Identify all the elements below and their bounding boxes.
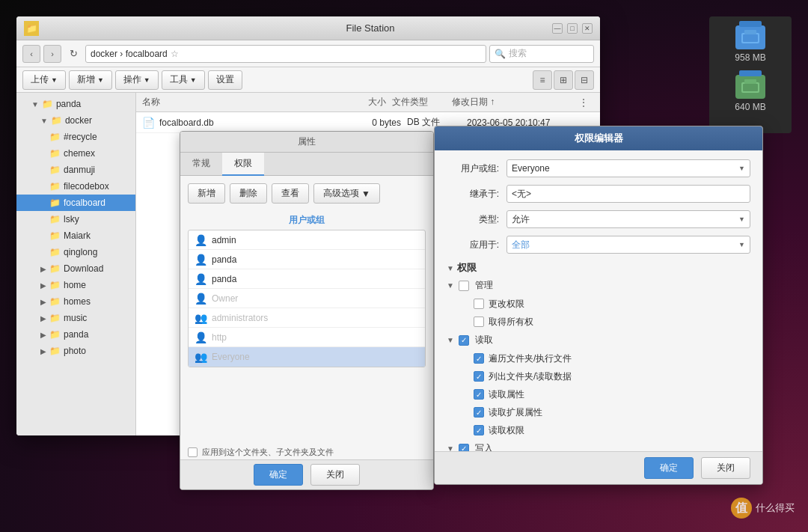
user-item-owner[interactable]: 👤 Owner xyxy=(189,289,425,308)
sidebar-label-download: Download xyxy=(64,263,103,274)
user-group-dropdown[interactable]: Everyone ▼ xyxy=(506,159,750,177)
apply-checkbox[interactable] xyxy=(188,447,198,457)
add-perm-button[interactable]: 新增 xyxy=(188,183,225,204)
sidebar-item-home[interactable]: ▶ 📁 home xyxy=(16,277,135,293)
sidebar-item-panda[interactable]: ▼ 📁 panda xyxy=(16,96,135,112)
sidebar-item-recycle[interactable]: 📁 #recycle xyxy=(16,129,135,145)
titlebar-title: File Station xyxy=(346,22,394,34)
action-button[interactable]: 操作 ▼ xyxy=(115,70,159,90)
type-form-label: 类型: xyxy=(447,213,499,226)
sidebar-item-filecodebox[interactable]: 📁 filecodebox xyxy=(16,178,135,195)
col-date-header: 修改日期 ↑ xyxy=(452,96,579,108)
apply-to-dropdown[interactable]: 全部 ▼ xyxy=(506,236,750,254)
settings-button[interactable]: 设置 xyxy=(208,70,242,90)
focalboard-icon: 📁 xyxy=(49,198,61,208)
user-name-http: http xyxy=(212,332,227,343)
read-checkbox[interactable]: ✓ xyxy=(459,335,469,346)
sidebar-item-danmuji[interactable]: 📁 danmuji xyxy=(16,162,135,178)
action-bar: 上传 ▼ 新增 ▼ 操作 ▼ 工具 ▼ 设置 ≡ ⊞ ⊟ xyxy=(16,67,600,93)
type-dropdown[interactable]: 允许 ▼ xyxy=(506,210,750,228)
sidebar-item-panda2[interactable]: ▶ 📁 panda xyxy=(16,326,135,343)
refresh-button[interactable]: ↻ xyxy=(64,45,82,63)
user-icon-http: 👤 xyxy=(195,331,207,343)
watermark-icon: 值 xyxy=(731,498,752,519)
list-row: ✓ 列出文件夹/读取数据 xyxy=(459,367,750,385)
add-button[interactable]: 新增 ▼ xyxy=(69,70,112,90)
props-confirm-button[interactable]: 确定 xyxy=(254,464,303,486)
user-item-http[interactable]: 👤 http xyxy=(189,328,425,347)
type-row: 类型: 允许 ▼ xyxy=(447,210,750,228)
window-titlebar: 📁 File Station — □ ✕ xyxy=(16,16,600,40)
maximize-button[interactable]: □ xyxy=(567,23,578,34)
manage-checkbox[interactable] xyxy=(459,281,469,291)
perm-confirm-button[interactable]: 确定 xyxy=(644,457,694,479)
detail-view-button[interactable]: ⊟ xyxy=(575,70,594,90)
tab-general[interactable]: 常规 xyxy=(180,153,222,175)
music-icon: 📁 xyxy=(49,313,61,323)
panda2-toggle: ▶ xyxy=(40,331,46,339)
forward-button[interactable]: › xyxy=(43,45,61,63)
change-permissions-label: 更改权限 xyxy=(489,298,524,311)
user-item-everyone[interactable]: 👥 Everyone xyxy=(189,347,425,367)
sidebar-item-qinglong[interactable]: 📁 qinglong xyxy=(16,244,135,260)
sidebar-item-maiark[interactable]: 📁 Maiark xyxy=(16,227,135,244)
sidebar-item-music[interactable]: ▶ 📁 music xyxy=(16,310,135,326)
sidebar-item-focalboard[interactable]: 📁 focalboard xyxy=(16,195,135,211)
path-bar[interactable]: docker › focalboard ☆ xyxy=(85,45,486,63)
sidebar-label-qinglong: qinglong xyxy=(64,247,97,257)
tab-permissions[interactable]: 权限 xyxy=(222,153,264,176)
take-ownership-checkbox[interactable] xyxy=(474,317,484,327)
user-icon-panda2: 👤 xyxy=(195,273,207,285)
user-item-administrators[interactable]: 👥 administrators xyxy=(189,308,425,328)
read-group-header: ▼ ✓ 读取 xyxy=(447,334,750,346)
sidebar-label-photo: photo xyxy=(64,346,86,356)
sidebar-label-docker: docker xyxy=(65,115,92,126)
list-view-button[interactable]: ≡ xyxy=(533,70,552,90)
props-cancel-button[interactable]: 关闭 xyxy=(310,464,360,486)
sidebar-item-download[interactable]: ▶ 📁 Download xyxy=(16,260,135,277)
sidebar-item-homes[interactable]: ▶ 📁 homes xyxy=(16,293,135,310)
user-icon-admin: 👤 xyxy=(195,234,207,246)
sidebar-label-home: home xyxy=(64,280,86,290)
user-item-admin[interactable]: 👤 admin xyxy=(189,230,425,250)
traverse-checkbox[interactable]: ✓ xyxy=(474,353,484,364)
props-dialog-footer: 确定 关闭 xyxy=(180,459,433,489)
user-item-panda2[interactable]: 👤 panda xyxy=(189,269,425,289)
manage-group: 更改权限 取得所有权 xyxy=(459,295,750,331)
perm-cancel-button[interactable]: 关闭 xyxy=(701,457,750,479)
user-group-arrow: ▼ xyxy=(738,165,745,172)
user-list: 👤 admin 👤 panda 👤 panda 👤 Owner 👥 admini… xyxy=(188,230,426,367)
read-perm-checkbox[interactable]: ✓ xyxy=(474,425,484,435)
grid-view-button[interactable]: ⊞ xyxy=(554,70,573,90)
read-ext-attr-checkbox[interactable]: ✓ xyxy=(474,407,484,418)
read-attr-checkbox[interactable]: ✓ xyxy=(474,389,484,400)
col-more-header: ⋮ xyxy=(579,97,594,108)
minimize-button[interactable]: — xyxy=(552,23,563,34)
storage-size-2: 640 MB xyxy=(735,102,765,112)
delete-perm-button[interactable]: 删除 xyxy=(230,183,267,204)
search-box[interactable]: 🔍 搜索 xyxy=(489,45,594,63)
back-button[interactable]: ‹ xyxy=(22,45,40,63)
user-item-panda1[interactable]: 👤 panda xyxy=(189,250,425,269)
upload-button[interactable]: 上传 ▼ xyxy=(22,70,66,90)
sidebar-item-lsky[interactable]: 📁 lsky xyxy=(16,211,135,227)
panda-toggle: ▼ xyxy=(31,100,39,108)
inherit-field: <无> xyxy=(506,185,750,203)
write-checkbox[interactable]: ✓ xyxy=(459,444,469,452)
traverse-label: 遍历文件夹/执行文件 xyxy=(489,352,572,365)
music-toggle: ▶ xyxy=(40,314,46,322)
titlebar-left: 📁 xyxy=(24,21,39,36)
sidebar-item-chemex[interactable]: 📁 chemex xyxy=(16,145,135,162)
close-button[interactable]: ✕ xyxy=(582,23,593,34)
change-permissions-checkbox[interactable] xyxy=(474,299,484,309)
user-icon-administrators: 👥 xyxy=(195,312,207,324)
list-checkbox[interactable]: ✓ xyxy=(474,371,484,382)
perm-editor-footer: 确定 关闭 xyxy=(435,451,762,484)
user-name-everyone: Everyone xyxy=(212,352,250,362)
advanced-perm-button[interactable]: 高级选项 ▼ xyxy=(313,183,380,204)
view-perm-button[interactable]: 查看 xyxy=(272,183,309,204)
tools-button[interactable]: 工具 ▼ xyxy=(162,70,205,90)
sidebar-item-photo[interactable]: ▶ 📁 photo xyxy=(16,343,135,359)
sidebar-item-docker[interactable]: ▼ 📁 docker xyxy=(16,112,135,129)
download-icon: 📁 xyxy=(49,263,61,274)
